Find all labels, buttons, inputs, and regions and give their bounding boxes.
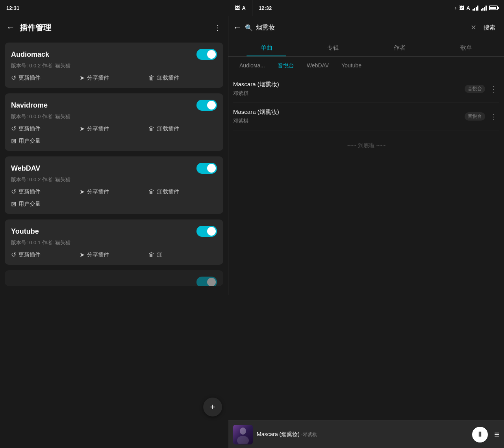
main-content: ← 插件管理 ⋮ Audiomack 版本号: 0.0.2 作者: 猫头猫 ↺: [0, 16, 504, 448]
uninstall-plugin-button[interactable]: 🗑 卸: [148, 251, 217, 258]
result-more-button[interactable]: ⋮: [488, 84, 499, 94]
plugin-meta: 版本号: 0.0.2 作者: 猫头猫: [11, 176, 217, 183]
plugin-name: Audiomack: [11, 50, 49, 59]
update-plugin-button[interactable]: ↺ 更新插件: [11, 188, 80, 195]
tab-playlist-label: 歌单: [460, 44, 472, 51]
search-results: Mascara (烟熏妆) 邓紫棋 音悦台 ⋮ Mascara (烟熏妆) 邓紫…: [228, 75, 504, 420]
update-plugin-button[interactable]: ↺ 更新插件: [11, 125, 80, 132]
battery-icon: [489, 6, 498, 10]
plugin-name: Youtube: [11, 227, 39, 236]
user-variable-button[interactable]: ⊠ 用户变量: [11, 137, 41, 145]
now-playing-artist: -邓紫棋: [301, 432, 317, 437]
share-plugin-button[interactable]: ➤ 分享插件: [80, 125, 148, 132]
source-tab-audiomack[interactable]: Audioма...: [233, 61, 271, 71]
right-status-icons: ♪ 🖼 A: [454, 5, 498, 11]
share-label: 分享插件: [87, 74, 109, 82]
tab-single[interactable]: 单曲: [233, 39, 300, 56]
variable-label: 用户变量: [19, 138, 41, 145]
photo-icon: 🖼: [235, 5, 240, 11]
update-label: 更新插件: [19, 251, 41, 258]
plugin-header: WebDAV: [11, 163, 217, 174]
left-panel-wrapper: ← 插件管理 ⋮ Audiomack 版本号: 0.0.2 作者: 猫头猫 ↺: [0, 16, 228, 448]
tab-album-label: 专辑: [327, 44, 339, 51]
source-webdav-label: WebDAV: [307, 62, 329, 69]
fab-add-button[interactable]: +: [203, 398, 222, 416]
search-icon: 🔍: [245, 24, 253, 32]
plugin-actions: ↺ 更新插件 ➤ 分享插件 🗑 卸: [11, 251, 217, 258]
svg-point-0: [240, 428, 246, 435]
source-tab-youtube[interactable]: Youtube: [335, 61, 368, 71]
update-icon: ↺: [11, 125, 16, 132]
now-playing-controls: ⏸ ≡: [472, 427, 499, 442]
tab-album[interactable]: 专辑: [300, 39, 366, 56]
result-item: Mascara (烟熏妆) 邓紫棋 音悦台 ⋮: [233, 75, 499, 103]
left-status-icons: 🖼 A: [235, 5, 246, 11]
music-note-icon: ♪: [454, 6, 457, 10]
plugin-manager-panel: ← 插件管理 ⋮ Audiomack 版本号: 0.0.2 作者: 猫头猫 ↺: [0, 16, 228, 295]
photo-icon-right: 🖼: [459, 5, 464, 11]
navidrome-toggle[interactable]: [196, 100, 217, 111]
right-time: 12:32: [259, 5, 272, 11]
share-icon: ➤: [80, 251, 85, 258]
audiomack-toggle[interactable]: [196, 49, 217, 60]
now-playing-title: Mascara (烟熏妆) -邓紫棋: [257, 431, 468, 438]
end-text: ~~~ 到底啦 ~~~: [233, 130, 499, 161]
tab-author-label: 作者: [394, 44, 406, 51]
share-plugin-button[interactable]: ➤ 分享插件: [80, 251, 148, 258]
youtube-toggle[interactable]: [196, 226, 217, 237]
thumb-art: [233, 425, 253, 444]
source-tab-webdav[interactable]: WebDAV: [300, 61, 335, 71]
plugin-header: Youtube: [11, 226, 217, 237]
left-header: ← 插件管理 ⋮: [0, 16, 228, 39]
back-button[interactable]: ←: [6, 22, 15, 33]
now-playing-thumbnail[interactable]: [233, 425, 253, 444]
plugins-list: Audiomack 版本号: 0.0.2 作者: 猫头猫 ↺ 更新插件 ➤ 分享…: [0, 39, 228, 295]
update-label: 更新插件: [19, 74, 41, 82]
uninstall-plugin-button[interactable]: 🗑 卸载插件: [148, 125, 217, 132]
result-more-button[interactable]: ⋮: [488, 112, 499, 121]
uninstall-label: 卸载插件: [157, 125, 179, 132]
search-clear-button[interactable]: ✕: [471, 23, 476, 32]
search-submit-button[interactable]: 搜索: [480, 22, 499, 34]
plugin-card-webdav: WebDAV 版本号: 0.0.2 作者: 猫头猫 ↺ 更新插件 ➤ 分享插件: [5, 156, 223, 214]
update-label: 更新插件: [19, 125, 41, 132]
tab-playlist[interactable]: 歌单: [433, 39, 499, 56]
pause-button[interactable]: ⏸: [472, 427, 488, 442]
update-plugin-button[interactable]: ↺ 更新插件: [11, 74, 80, 82]
svg-point-1: [237, 436, 249, 444]
plugin-card-audiomack: Audiomack 版本号: 0.0.2 作者: 猫头猫 ↺ 更新插件 ➤ 分享…: [5, 43, 223, 88]
plugin-header: Audiomack: [11, 49, 217, 60]
user-variable-button[interactable]: ⊠ 用户变量: [11, 200, 41, 208]
extra-actions: ⊠ 用户变量: [11, 200, 217, 208]
uninstall-plugin-button[interactable]: 🗑 卸载插件: [148, 188, 217, 195]
tab-single-label: 单曲: [261, 44, 272, 51]
share-plugin-button[interactable]: ➤ 分享插件: [80, 74, 148, 82]
delete-icon: 🗑: [148, 125, 155, 132]
search-back-button[interactable]: ←: [233, 22, 242, 33]
share-label: 分享插件: [87, 125, 109, 132]
plugin-meta: 版本号: 0.0.2 作者: 猫头猫: [11, 62, 217, 69]
plugin-header: [11, 277, 217, 286]
update-plugin-button[interactable]: ↺ 更新插件: [11, 251, 80, 258]
source-yinyuetai-label: 音悦台: [278, 62, 294, 69]
page-title: 插件管理: [20, 22, 214, 33]
source-tab-yinyuetai[interactable]: 音悦台: [271, 61, 300, 71]
plugin-meta: 版本号: 0.0.0 作者: 猫头猫: [11, 113, 217, 120]
uninstall-plugin-button[interactable]: 🗑 卸载插件: [148, 74, 217, 82]
tab-author[interactable]: 作者: [366, 39, 433, 56]
search-query-text[interactable]: 烟熏妆: [256, 24, 275, 32]
webdav-toggle[interactable]: [196, 163, 217, 174]
plugin-actions: ↺ 更新插件 ➤ 分享插件 🗑 卸载插件: [11, 188, 217, 195]
plugin-name: WebDAV: [11, 164, 40, 173]
plugin-card-youtube: Youtube 版本号: 0.0.1 作者: 猫头猫 ↺ 更新插件 ➤ 分享插件: [5, 219, 223, 265]
search-header: ← 🔍 烟熏妆 ✕ 搜索: [228, 16, 504, 39]
source-tabs: Audioма... 音悦台 WebDAV Youtube: [228, 57, 504, 75]
playlist-button[interactable]: ≡: [494, 429, 499, 440]
result-item: Mascara (烟熏妆) 邓紫棋 音悦台 ⋮: [233, 103, 499, 130]
plugin-name: Navidrome: [11, 101, 48, 110]
search-box: 🔍 烟熏妆: [245, 24, 467, 32]
variable-label: 用户变量: [19, 201, 41, 208]
more-button[interactable]: ⋮: [214, 23, 222, 32]
extra-toggle[interactable]: [196, 277, 217, 286]
share-plugin-button[interactable]: ➤ 分享插件: [80, 188, 148, 195]
